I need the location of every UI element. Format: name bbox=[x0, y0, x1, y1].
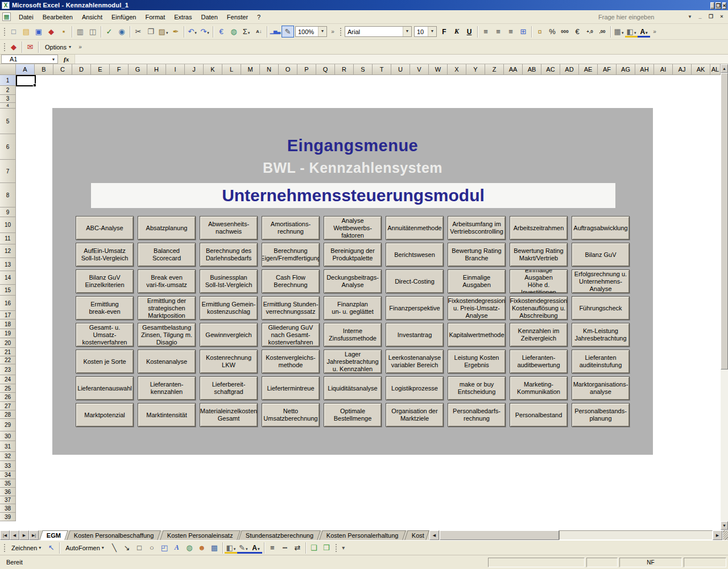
row-header-14[interactable]: 14 bbox=[0, 271, 16, 285]
redo-icon[interactable]: ↷ bbox=[198, 26, 211, 38]
font-size-dropdown-icon[interactable]: ▼ bbox=[428, 27, 436, 36]
select-objects-icon[interactable]: ↖ bbox=[45, 542, 57, 554]
chart-wizard-icon[interactable]: ▁▅▃ bbox=[269, 26, 282, 38]
sheet-tab-kosten-personalbeschaffung[interactable]: Kosten Personalbeschaffung bbox=[67, 530, 161, 540]
column-header-B[interactable]: B bbox=[35, 64, 53, 75]
vertical-scrollbar[interactable]: ▲ ▼ bbox=[721, 64, 728, 530]
menu-button[interactable]: Berechnung Eigen/Fremdfertigung bbox=[262, 243, 320, 267]
menu-button[interactable]: Kapitalwertmethode bbox=[448, 323, 506, 347]
dash-style-icon[interactable]: ┅ bbox=[279, 542, 291, 554]
toolbar-options-chevron[interactable]: » bbox=[329, 26, 336, 38]
undo-icon[interactable]: ↶ bbox=[186, 26, 198, 38]
line-style-icon[interactable]: ≡ bbox=[266, 542, 279, 554]
menu-button[interactable]: Abwesenheits- nachweis bbox=[200, 216, 258, 240]
fill-color-icon[interactable]: ◧ bbox=[625, 26, 638, 38]
menu-button[interactable]: Gesamt- u. Umsatz- kostenverfahren bbox=[76, 323, 134, 347]
row-header-32[interactable]: 32 bbox=[0, 452, 16, 461]
bold-icon[interactable]: F bbox=[438, 26, 450, 38]
percent-style-icon[interactable]: % bbox=[546, 26, 559, 38]
menu-button[interactable]: Bereinigung der Produktpalette bbox=[324, 243, 382, 267]
fill-color-icon[interactable]: ◧ bbox=[225, 542, 237, 554]
menu-button[interactable]: Organisation der Marktziele bbox=[386, 403, 444, 427]
scroll-up-icon[interactable]: ▲ bbox=[721, 64, 728, 73]
column-header-J[interactable]: J bbox=[185, 64, 204, 75]
menu-button[interactable]: Einmalige Ausgaben Höhe d. Investitionen bbox=[510, 269, 568, 293]
toolbar-grip[interactable] bbox=[334, 543, 337, 553]
font-name-dropdown-icon[interactable]: ▼ bbox=[403, 27, 411, 36]
font-size-combobox[interactable]: 10 ▼ bbox=[414, 26, 437, 37]
toolbar-options-chevron[interactable]: ▾ bbox=[340, 542, 347, 554]
horizontal-scroll-thumb[interactable] bbox=[440, 530, 559, 540]
menu-item-extras[interactable]: Extras bbox=[169, 11, 196, 23]
menu-button[interactable]: Break even vari-fix-umsatz bbox=[138, 269, 196, 293]
menu-button[interactable]: Netto Umsatzberechnung bbox=[262, 403, 320, 427]
menu-button[interactable]: AufEin-Umsatz Soll-Ist-Vergleich bbox=[76, 243, 134, 267]
row-header-17[interactable]: 17 bbox=[0, 311, 16, 319]
menu-button[interactable]: Cash Flow Berechnung bbox=[262, 269, 320, 293]
wordart-icon[interactable]: A bbox=[171, 542, 183, 554]
column-header-Y[interactable]: Y bbox=[466, 64, 485, 75]
row-header-10[interactable]: 10 bbox=[0, 217, 16, 233]
autoformen-menu-button[interactable]: AutoFormen bbox=[61, 543, 108, 553]
dropdown-arrow-icon[interactable] bbox=[634, 27, 636, 36]
research-icon[interactable]: ◉ bbox=[115, 26, 128, 38]
column-header-G[interactable]: G bbox=[129, 64, 147, 75]
row-header-39[interactable]: 39 bbox=[0, 513, 16, 521]
menu-button[interactable]: Deckungsbeitrags- Analyse bbox=[324, 269, 382, 293]
menu-button[interactable]: Berichtswesen bbox=[386, 243, 444, 267]
close-window-icon[interactable]: × bbox=[722, 2, 726, 9]
dropdown-arrow-icon[interactable] bbox=[166, 27, 168, 36]
font-name-combobox[interactable]: Arial ▼ bbox=[345, 26, 412, 37]
menu-button[interactable]: Kostenanalyse bbox=[138, 350, 196, 373]
convert-to-pdf-email-icon[interactable]: ✉ bbox=[24, 41, 36, 53]
borders-icon[interactable]: ▦ bbox=[613, 26, 625, 38]
row-header-6[interactable]: 6 bbox=[0, 134, 16, 160]
menu-button[interactable]: Ermittlung Gemein- kostenzuschlag bbox=[200, 296, 258, 320]
menu-button[interactable]: Lager Jahresbetrachtung u. Kennzahlen bbox=[324, 350, 382, 373]
column-header-W[interactable]: W bbox=[429, 64, 448, 75]
rectangle-icon[interactable]: □ bbox=[133, 542, 146, 554]
dropdown-arrow-icon[interactable] bbox=[194, 27, 197, 36]
toolbar-grip[interactable] bbox=[3, 27, 6, 37]
column-header-K[interactable]: K bbox=[204, 64, 222, 75]
menu-button[interactable]: Auftragsabwicklung bbox=[572, 216, 630, 240]
euro-style-icon[interactable]: € bbox=[571, 26, 584, 38]
tab-split-handle[interactable] bbox=[722, 530, 728, 540]
sheet-tab-kosten-personalerhaltung[interactable]: Kosten Personalerhaltung bbox=[320, 530, 406, 540]
menu-button[interactable]: Lieferanten- kennzahlen bbox=[138, 376, 196, 400]
row-header-31[interactable]: 31 bbox=[0, 441, 16, 452]
menu-item-format[interactable]: Format bbox=[140, 11, 169, 23]
menu-button[interactable]: Annuitätenmethode bbox=[386, 216, 444, 240]
hscroll-right-icon[interactable]: ▶ bbox=[713, 530, 722, 540]
column-header-A[interactable]: A bbox=[16, 64, 35, 75]
row-header-13[interactable]: 13 bbox=[0, 258, 16, 271]
menu-button[interactable]: Marktorganisations- analyse bbox=[572, 376, 630, 400]
menu-item-datei[interactable]: Datei bbox=[14, 11, 38, 23]
arrow-icon[interactable]: ↘ bbox=[121, 542, 133, 554]
menu-button[interactable]: Einmalige Ausgaben bbox=[448, 269, 506, 293]
menu-button[interactable]: Kostenrechnung LKW bbox=[200, 350, 258, 373]
row-header-33[interactable]: 33 bbox=[0, 461, 16, 471]
menu-button[interactable]: Ermittlung break-even bbox=[76, 296, 134, 320]
line-color-icon[interactable]: ✎ bbox=[237, 542, 250, 554]
row-header-27[interactable]: 27 bbox=[0, 402, 16, 410]
menu-button[interactable]: Direct-Costing bbox=[386, 269, 444, 293]
menu-button[interactable]: Leerkostenanalyse variabler Bereich bbox=[386, 350, 444, 373]
column-header-AL[interactable]: AL bbox=[710, 64, 721, 75]
dropdown-arrow-icon[interactable] bbox=[247, 27, 250, 36]
menu-button[interactable]: Liquiditätsanalyse bbox=[324, 376, 382, 400]
sort-ascending-icon[interactable]: A↓ bbox=[253, 26, 265, 38]
align-left-icon[interactable]: ≡ bbox=[479, 26, 492, 38]
column-header-D[interactable]: D bbox=[72, 64, 91, 75]
column-header-T[interactable]: T bbox=[373, 64, 391, 75]
menu-button[interactable]: Lieferanten auditeinstufung bbox=[572, 350, 630, 373]
decrease-decimal-icon[interactable]: ,00 bbox=[596, 26, 609, 38]
column-header-R[interactable]: R bbox=[335, 64, 354, 75]
toolbar-grip[interactable] bbox=[3, 543, 6, 553]
menu-button[interactable]: Personalbedarfs- rechnung bbox=[448, 403, 506, 427]
row-header-7[interactable]: 7 bbox=[0, 160, 16, 183]
dropdown-arrow-icon[interactable] bbox=[645, 28, 648, 36]
menu-button[interactable]: Berechnung des Darlehnsbedarfs bbox=[200, 243, 258, 267]
menu-button[interactable]: Bilanz GuV Einzelkriterien bbox=[76, 269, 134, 293]
close-workbook-icon[interactable]: × bbox=[717, 13, 726, 21]
